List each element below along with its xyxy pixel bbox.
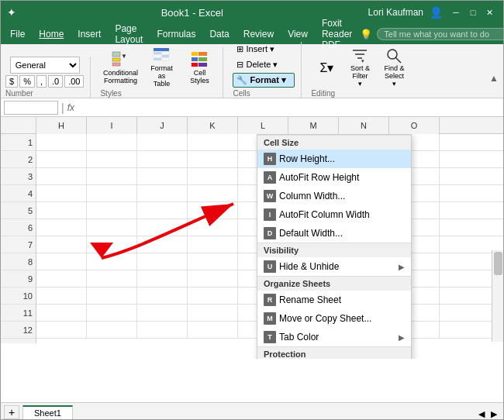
column-width-item[interactable]: W Column Width...: [257, 187, 411, 205]
grid-cell[interactable]: [87, 322, 137, 339]
increase-decimal[interactable]: .00: [64, 75, 84, 88]
autofit-row-height-item[interactable]: A AutoFit Row Height: [257, 168, 411, 187]
grid-cell[interactable]: [188, 322, 238, 339]
row-num-1[interactable]: 1: [1, 134, 36, 151]
menu-page-layout[interactable]: Page Layout: [109, 22, 149, 46]
grid-cell[interactable]: [36, 305, 87, 322]
sort-filter-button[interactable]: ▾ Sort &Filter ▾: [344, 47, 375, 88]
col-header-h[interactable]: H: [36, 117, 87, 134]
menu-file[interactable]: File: [4, 27, 31, 41]
autofit-column-width-item[interactable]: I AutoFit Column Width: [257, 205, 411, 224]
grid-cell[interactable]: [137, 168, 188, 185]
move-copy-sheet-item[interactable]: M Move or Copy Sheet...: [257, 309, 411, 328]
grid-cell[interactable]: [36, 236, 87, 253]
ribbon-collapse-icon[interactable]: ▲: [489, 73, 499, 84]
format-as-table-button[interactable]: Format asTable: [142, 47, 181, 88]
grid-cell[interactable]: [36, 219, 87, 236]
autosum-button[interactable]: Σ▾: [311, 47, 342, 88]
row-num-2[interactable]: 2: [1, 151, 36, 168]
col-header-i[interactable]: I: [87, 117, 137, 134]
grid-cell[interactable]: [36, 270, 87, 287]
grid-cell[interactable]: [36, 287, 87, 305]
grid-cell[interactable]: [137, 270, 188, 287]
grid-cell[interactable]: [87, 305, 137, 322]
conditional-formatting-button[interactable]: ▼ ConditionalFormatting: [100, 47, 140, 88]
col-header-m[interactable]: M: [288, 117, 339, 134]
grid-cell[interactable]: [87, 134, 137, 151]
row-num-9[interactable]: 9: [1, 270, 36, 287]
row-num-10[interactable]: 10: [1, 287, 36, 305]
row-num-7[interactable]: 7: [1, 236, 36, 253]
grid-cell[interactable]: [188, 202, 238, 219]
grid-cell[interactable]: [36, 185, 87, 202]
col-header-n[interactable]: N: [339, 117, 389, 134]
close-button[interactable]: ✕: [483, 5, 497, 19]
menu-data[interactable]: Data: [203, 27, 235, 41]
grid-cell[interactable]: [137, 134, 188, 151]
sheet-tab-sheet1[interactable]: Sheet1: [22, 405, 73, 419]
row-num-5[interactable]: 5: [1, 202, 36, 219]
grid-cell[interactable]: [87, 253, 137, 270]
grid-cell[interactable]: [87, 168, 137, 185]
grid-cell[interactable]: [87, 287, 137, 305]
grid-cell[interactable]: [188, 185, 238, 202]
insert-button[interactable]: ⊞ Insert ▾: [233, 42, 295, 57]
menu-formulas[interactable]: Formulas: [150, 27, 202, 41]
col-header-l[interactable]: L: [238, 117, 288, 134]
grid-cell[interactable]: [188, 151, 238, 168]
grid-cell[interactable]: [137, 287, 188, 305]
scroll-right-icon[interactable]: ▶: [488, 409, 500, 419]
menu-insert[interactable]: Insert: [71, 27, 107, 41]
percent-button[interactable]: %: [19, 75, 35, 88]
grid-cell[interactable]: [36, 134, 87, 151]
grid-cell[interactable]: [188, 168, 238, 185]
tell-me-input[interactable]: [377, 28, 504, 40]
number-format-select[interactable]: General: [10, 57, 80, 74]
grid-cell[interactable]: [188, 270, 238, 287]
grid-cell[interactable]: [188, 305, 238, 322]
comma-button[interactable]: ,: [36, 75, 47, 88]
tab-color-item[interactable]: T Tab Color ▶: [257, 328, 411, 346]
rename-sheet-item[interactable]: R Rename Sheet: [257, 291, 411, 309]
grid-cell[interactable]: [137, 236, 188, 253]
maximize-button[interactable]: □: [466, 5, 480, 19]
grid-cell[interactable]: [87, 219, 137, 236]
grid-cell[interactable]: [36, 151, 87, 168]
cell-styles-button[interactable]: CellStyles: [182, 47, 216, 88]
menu-home[interactable]: Home: [33, 27, 70, 41]
format-button[interactable]: 🔧 Format ▾: [233, 73, 295, 88]
row-num-4[interactable]: 4: [1, 185, 36, 202]
menu-review[interactable]: Review: [237, 27, 280, 41]
decrease-decimal[interactable]: .0: [48, 75, 63, 88]
grid-cell[interactable]: [188, 287, 238, 305]
grid-cell[interactable]: [87, 236, 137, 253]
grid-cell[interactable]: [137, 253, 188, 270]
row-height-item[interactable]: H Row Height...: [257, 150, 411, 168]
grid-cell[interactable]: [188, 134, 238, 151]
row-num-6[interactable]: 6: [1, 219, 36, 236]
grid-cell[interactable]: [188, 253, 238, 270]
grid-cell[interactable]: [36, 322, 87, 339]
grid-cell[interactable]: [137, 185, 188, 202]
row-num-11[interactable]: 11: [1, 305, 36, 322]
row-num-3[interactable]: 3: [1, 168, 36, 185]
grid-cell[interactable]: [87, 202, 137, 219]
menu-view[interactable]: View: [281, 27, 314, 41]
grid-cell[interactable]: [36, 168, 87, 185]
grid-cell[interactable]: [137, 202, 188, 219]
grid-cell[interactable]: [137, 305, 188, 322]
scroll-left-icon[interactable]: ◀: [475, 409, 488, 419]
grid-cell[interactable]: [137, 322, 188, 339]
col-header-j[interactable]: J: [137, 117, 188, 134]
formula-input[interactable]: [78, 102, 500, 113]
add-sheet-button[interactable]: +: [4, 405, 19, 419]
row-num-8[interactable]: 8: [1, 253, 36, 270]
grid-cell[interactable]: [87, 270, 137, 287]
name-box[interactable]: [4, 101, 58, 115]
grid-cell[interactable]: [137, 219, 188, 236]
delete-button[interactable]: ⊟ Delete ▾: [233, 57, 295, 72]
row-num-12[interactable]: 12: [1, 322, 36, 339]
scrollbar-thumb[interactable]: [494, 252, 502, 275]
col-header-o[interactable]: O: [389, 117, 440, 134]
find-select-button[interactable]: Find &Select ▾: [378, 47, 410, 88]
